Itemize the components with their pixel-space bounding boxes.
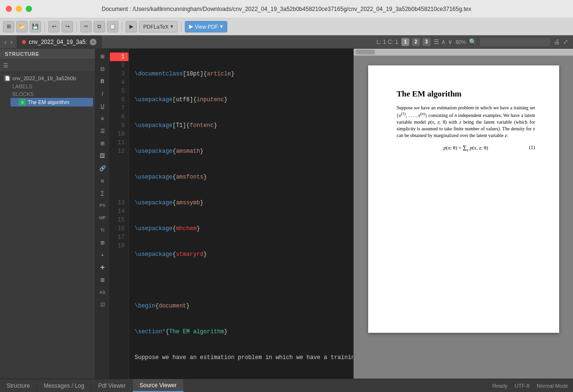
bottom-tab-pdfviewer[interactable]: Pdf Viewer: [91, 379, 133, 392]
pdf-text-1: Suppose we have an estimation problem in…: [397, 105, 535, 138]
sidebar-btn-as[interactable]: AS: [97, 286, 108, 298]
sidebar-btn-plusx[interactable]: ✚: [97, 262, 108, 273]
print-icon[interactable]: 🖨: [554, 38, 560, 45]
undo-button[interactable]: ↩: [48, 21, 60, 32]
zoom-level: 80%: [456, 39, 466, 45]
line-num-5: 5: [110, 87, 128, 95]
main-toolbar: ⊞ 📂 💾 ↩ ↪ ✂ ⧉ 📋 ▶ PDFLaTeX ▾ ▶ View PDF …: [0, 18, 573, 35]
view-mode-1[interactable]: 1: [401, 38, 410, 46]
pdf-equation-content: p: [444, 145, 446, 151]
blocks-text: BLOCKS: [12, 91, 34, 97]
bottom-tab-messages[interactable]: Messages / Log: [37, 379, 92, 392]
bottom-tab-sourceviewer[interactable]: Source Viewer: [133, 379, 184, 392]
section-name: The EM algorithm: [28, 99, 69, 105]
code-editor[interactable]: \documentclass[10pt]{article} \usepackag…: [129, 49, 353, 379]
structure-toolbar: ☰: [0, 60, 95, 72]
tree-labels[interactable]: LABELS: [11, 83, 93, 90]
view-mode-2[interactable]: 2: [412, 38, 420, 46]
tab-forward-button[interactable]: ›: [9, 38, 14, 46]
main-content-area: STRUCTURE ☰ 📄 cnv_2022_04_19_3a52b0b LAB…: [0, 49, 573, 379]
minimize-button[interactable]: [16, 6, 22, 12]
editor-content[interactable]: 1 2 3 4 5 6 7 8 9 10 11 12 13 14 15: [110, 49, 353, 379]
sidebar-btn-list[interactable]: ☰: [97, 125, 108, 137]
sidebar-btn-plus[interactable]: +: [97, 249, 108, 261]
sidebar-btn-2[interactable]: ⊟: [97, 63, 108, 74]
tree-file-item[interactable]: 📄 cnv_2022_04_19_3a52b0b: [2, 74, 93, 83]
sidebar-btn-table[interactable]: ⊞: [97, 138, 108, 149]
pdf-equation: p(x; θ) = Σz p(x, z; θ) (1): [397, 144, 535, 153]
play-icon: ▶: [189, 23, 193, 30]
tab-main-file[interactable]: cnv_2022_04_19_3a5: ×: [17, 35, 102, 48]
open-file-button[interactable]: 📂: [16, 21, 28, 32]
sidebar-btn-ps[interactable]: PS: [97, 200, 108, 211]
fullscreen-icon[interactable]: ⤢: [563, 38, 568, 45]
sidebar-btn-math[interactable]: ∑: [97, 187, 108, 199]
code-line-12a: Suppose we have an estimation problem in…: [135, 353, 348, 362]
sidebar-btn-alpha[interactable]: α: [97, 175, 108, 186]
viewpdf-button[interactable]: ▶ View PDF ▾: [185, 21, 227, 32]
toolbar-sep-2: [76, 22, 77, 32]
pdftex-chevron: ▾: [170, 23, 173, 30]
sidebar-btn-underline[interactable]: U: [97, 100, 108, 112]
paste-button[interactable]: 📋: [107, 21, 118, 32]
code-line-5: \usepackage{amsfonts}: [135, 173, 348, 181]
close-button[interactable]: [6, 6, 12, 12]
struct-btn-menu[interactable]: ☰: [2, 62, 10, 70]
sidebar-btn-1[interactable]: ⊞: [97, 51, 108, 62]
search-icon[interactable]: 🔍: [469, 38, 477, 45]
save-file-button[interactable]: 💾: [30, 21, 41, 32]
sidebar-btn-image[interactable]: 🖼: [97, 150, 108, 161]
structure-tree: 📄 cnv_2022_04_19_3a52b0b LABELS BLOCKS S…: [0, 72, 95, 379]
line-num-6: 6: [110, 95, 128, 104]
sidebar-btn-table2[interactable]: ⊞: [97, 237, 108, 248]
new-file-button[interactable]: ⊞: [3, 21, 14, 32]
sidebar-btn-extra[interactable]: ☑: [97, 299, 108, 310]
line-num-22: 17: [110, 233, 128, 242]
tree-section-item[interactable]: S The EM algorithm: [11, 98, 93, 106]
pdftex-label: PDFLaTeX: [143, 24, 169, 30]
line-num-21: 16: [110, 224, 128, 233]
search-input[interactable]: [479, 37, 551, 47]
tab-label: cnv_2022_04_19_3a5:: [29, 39, 87, 45]
cut-button[interactable]: ✂: [80, 21, 92, 32]
tree-blocks[interactable]: BLOCKS: [11, 90, 93, 98]
build-button[interactable]: ▶: [126, 21, 137, 32]
editor-area: 1 2 3 4 5 6 7 8 9 10 11 12 13 14 15: [110, 49, 353, 379]
sidebar-btn-ti[interactable]: TI: [97, 224, 108, 236]
line-num-11: 11: [110, 138, 128, 147]
line-num-18: 13: [110, 199, 128, 207]
pdf-title: The EM algorithm: [397, 89, 535, 99]
chevron-down-icon[interactable]: ∨: [448, 38, 453, 45]
pdf-scroll-top[interactable]: [354, 49, 573, 56]
maximize-button[interactable]: [26, 6, 32, 12]
sidebar-btn-link[interactable]: 🔗: [97, 162, 108, 174]
pdf-page: The EM algorithm Suppose we have an esti…: [368, 65, 559, 333]
sidebar-btn-calc[interactable]: ⊠: [97, 274, 108, 286]
tab-back-button[interactable]: ‹: [3, 38, 8, 46]
sidebar-btn-bold[interactable]: B: [97, 75, 108, 87]
line-num-10: 10: [110, 130, 128, 138]
redo-button[interactable]: ↪: [62, 21, 73, 32]
sidebar-btn-mp[interactable]: MP: [97, 212, 108, 223]
tab-close-button[interactable]: ×: [90, 39, 96, 45]
line-num-4: 4: [110, 78, 128, 87]
sidebar-btn-italic[interactable]: I: [97, 88, 108, 99]
equation-number: (1): [529, 144, 535, 151]
section-icon: S: [19, 99, 26, 106]
scroll-handle-top: [356, 50, 375, 54]
copy-button[interactable]: ⧉: [94, 21, 105, 32]
window-title: Document : /Users/kaitlinmcunningham/Dow…: [102, 6, 471, 12]
view-mode-3[interactable]: 3: [422, 38, 431, 46]
chevron-up-icon[interactable]: ∧: [441, 38, 446, 45]
pdf-content-area[interactable]: The EM algorithm Suppose we have an esti…: [354, 56, 573, 379]
pdf-viewer: The EM algorithm Suppose we have an esti…: [353, 49, 573, 379]
toolbar-sep-1: [44, 22, 45, 32]
line-num-23: 18: [110, 242, 128, 250]
menu-icon[interactable]: ☰: [434, 38, 439, 45]
structure-header: STRUCTURE: [0, 49, 95, 60]
pdftex-selector[interactable]: PDFLaTeX ▾: [139, 21, 178, 32]
line-num-14: [110, 164, 128, 173]
sidebar-btn-align[interactable]: ≡: [97, 113, 108, 124]
bottom-tab-structure[interactable]: Structure: [0, 379, 37, 392]
pdf-body-text: Suppose we have an estimation problem in…: [397, 105, 535, 153]
